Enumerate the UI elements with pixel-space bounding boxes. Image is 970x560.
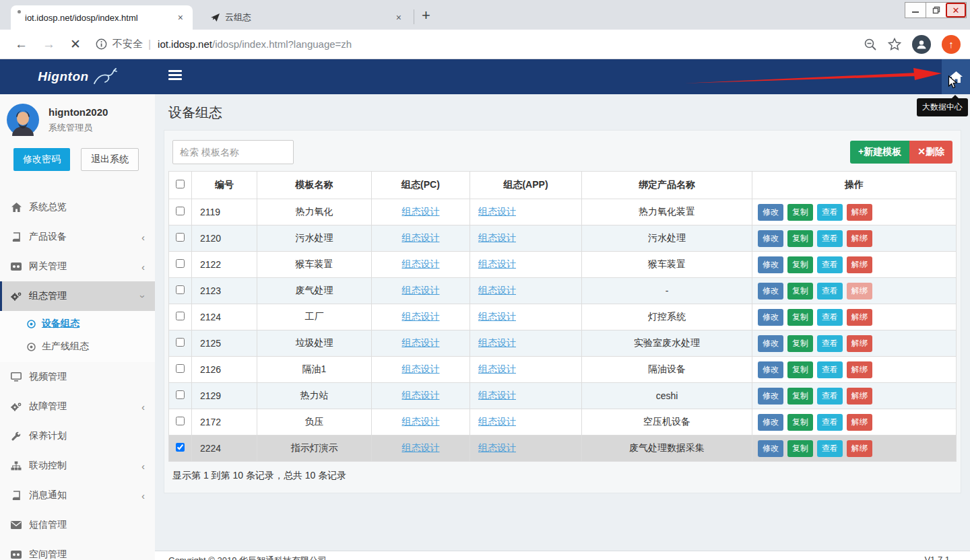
new-tab-button[interactable]: +: [422, 7, 430, 24]
edit-button[interactable]: 修改: [758, 256, 783, 273]
unbind-button[interactable]: 解绑: [847, 309, 872, 326]
view-button[interactable]: 查看: [817, 230, 843, 247]
view-button[interactable]: 查看: [817, 204, 843, 221]
copy-button[interactable]: 复制: [787, 388, 813, 405]
close-button[interactable]: ✕: [946, 3, 966, 18]
change-password-button[interactable]: 修改密码: [13, 148, 70, 171]
sidebar-subitem-device-config[interactable]: 设备组态: [0, 312, 155, 335]
new-template-button[interactable]: +新建模板: [850, 141, 909, 164]
copy-button[interactable]: 复制: [787, 230, 813, 247]
unbind-button[interactable]: 解绑: [847, 283, 872, 300]
sidebar-item-gateway[interactable]: 网关管理 ‹: [0, 252, 155, 281]
pc-config-link[interactable]: 组态设计: [402, 442, 440, 453]
browser-update-icon[interactable]: ↑: [942, 35, 961, 54]
row-checkbox[interactable]: [176, 443, 185, 452]
app-config-link[interactable]: 组态设计: [478, 337, 516, 348]
row-checkbox[interactable]: [176, 259, 185, 268]
copy-button[interactable]: 复制: [787, 283, 813, 300]
app-config-link[interactable]: 组态设计: [478, 311, 516, 322]
row-checkbox[interactable]: [176, 312, 185, 320]
sidebar-item-video[interactable]: 视频管理: [0, 362, 155, 392]
pc-config-link[interactable]: 组态设计: [402, 337, 440, 348]
unbind-button[interactable]: 解绑: [847, 361, 872, 378]
sidebar-item-fault[interactable]: 故障管理 ‹: [0, 392, 155, 421]
edit-button[interactable]: 修改: [758, 283, 783, 300]
app-config-link[interactable]: 组态设计: [478, 258, 516, 269]
row-checkbox[interactable]: [176, 233, 185, 242]
row-checkbox[interactable]: [176, 285, 185, 294]
sidebar-item-overview[interactable]: 系统总览: [0, 193, 155, 222]
url-field[interactable]: 不安全 | iot.idosp.net/idosp/index.html?lan…: [96, 38, 352, 50]
browser-tab-cloud[interactable]: 云组态 ×: [202, 5, 411, 30]
pc-config-link[interactable]: 组态设计: [402, 390, 440, 400]
unbind-button[interactable]: 解绑: [847, 440, 872, 457]
copy-button[interactable]: 复制: [787, 309, 813, 326]
app-config-link[interactable]: 组态设计: [478, 285, 516, 295]
sidebar-item-maintenance[interactable]: 保养计划: [0, 421, 155, 451]
edit-button[interactable]: 修改: [758, 414, 783, 431]
row-checkbox[interactable]: [176, 417, 185, 425]
app-config-link[interactable]: 组态设计: [478, 442, 516, 453]
edit-button[interactable]: 修改: [758, 335, 783, 352]
row-checkbox[interactable]: [176, 390, 185, 399]
edit-button[interactable]: 修改: [758, 440, 783, 457]
edit-button[interactable]: 修改: [758, 230, 783, 247]
hamburger-menu-icon[interactable]: [168, 70, 182, 82]
sidebar-item-linkage[interactable]: 联动控制 ‹: [0, 451, 155, 481]
app-config-link[interactable]: 组态设计: [478, 416, 516, 427]
view-button[interactable]: 查看: [817, 388, 843, 405]
copy-button[interactable]: 复制: [787, 204, 813, 221]
pc-config-link[interactable]: 组态设计: [402, 206, 440, 217]
unbind-button[interactable]: 解绑: [847, 230, 872, 247]
delete-button[interactable]: ✕删除: [909, 141, 952, 164]
unbind-button[interactable]: 解绑: [847, 256, 872, 273]
sidebar-item-space[interactable]: 空间管理: [0, 540, 155, 560]
edit-button[interactable]: 修改: [758, 361, 783, 378]
bookmark-star-icon[interactable]: [888, 38, 901, 51]
unbind-button[interactable]: 解绑: [847, 388, 872, 405]
view-button[interactable]: 查看: [817, 361, 843, 378]
view-button[interactable]: 查看: [817, 309, 843, 326]
view-button[interactable]: 查看: [817, 440, 843, 457]
unbind-button[interactable]: 解绑: [847, 414, 872, 431]
copy-button[interactable]: 复制: [787, 440, 813, 457]
unbind-button[interactable]: 解绑: [847, 204, 872, 221]
app-config-link[interactable]: 组态设计: [478, 206, 516, 217]
forward-icon[interactable]: →: [42, 37, 55, 52]
pc-config-link[interactable]: 组态设计: [402, 311, 440, 322]
edit-button[interactable]: 修改: [758, 309, 783, 326]
copy-button[interactable]: 复制: [787, 361, 813, 378]
restore-button[interactable]: [926, 3, 946, 18]
pc-config-link[interactable]: 组态设计: [402, 416, 440, 427]
view-button[interactable]: 查看: [817, 256, 843, 273]
copy-button[interactable]: 复制: [787, 335, 813, 352]
row-checkbox[interactable]: [176, 364, 185, 373]
app-config-link[interactable]: 组态设计: [478, 390, 516, 400]
search-input[interactable]: [172, 140, 294, 164]
copy-button[interactable]: 复制: [787, 414, 813, 431]
row-checkbox[interactable]: [176, 207, 185, 215]
unbind-button[interactable]: 解绑: [847, 335, 872, 352]
sidebar-subitem-line-config[interactable]: 生产线组态: [0, 335, 155, 358]
edit-button[interactable]: 修改: [758, 204, 783, 221]
sidebar-item-products[interactable]: 产品设备 ‹: [0, 222, 155, 252]
pc-config-link[interactable]: 组态设计: [402, 258, 440, 269]
pc-config-link[interactable]: 组态设计: [402, 232, 440, 243]
app-config-link[interactable]: 组态设计: [478, 232, 516, 243]
browser-profile-avatar[interactable]: [912, 35, 931, 54]
view-button[interactable]: 查看: [817, 414, 843, 431]
sidebar-item-sms[interactable]: 短信管理: [0, 510, 155, 540]
back-icon[interactable]: ←: [15, 37, 28, 52]
pc-config-link[interactable]: 组态设计: [402, 363, 440, 374]
view-button[interactable]: 查看: [817, 283, 843, 300]
tab-close-icon[interactable]: ×: [175, 12, 186, 23]
minimize-button[interactable]: [905, 3, 926, 18]
logout-button[interactable]: 退出系统: [81, 148, 139, 171]
row-checkbox[interactable]: [176, 338, 185, 347]
sidebar-item-configuration[interactable]: 组态管理 ›: [0, 281, 155, 311]
tab-close-icon[interactable]: ×: [393, 12, 404, 23]
browser-tab-active[interactable]: iot.idosp.net/idosp/index.html ×: [11, 5, 193, 30]
sidebar-item-notifications[interactable]: 消息通知 ‹: [0, 481, 155, 510]
edit-button[interactable]: 修改: [758, 388, 783, 405]
zoom-indicator-icon[interactable]: [864, 38, 877, 51]
